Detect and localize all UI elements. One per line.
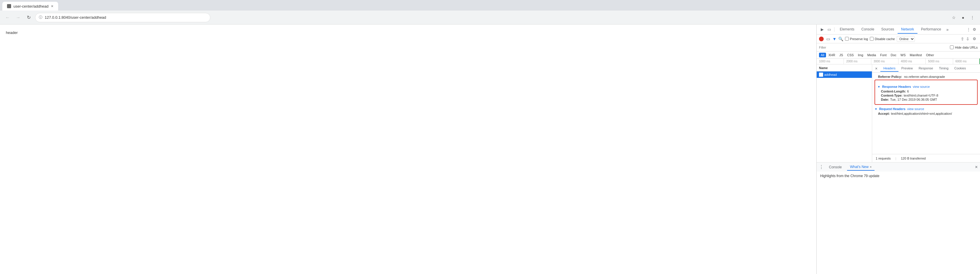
type-btn-css[interactable]: CSS <box>845 53 856 58</box>
devtools-settings-button[interactable]: ⋮ <box>967 27 970 32</box>
filter-bar: Hide data URLs <box>817 43 980 51</box>
accept-value: text/html,application/xhtml+xml,applicat… <box>891 112 952 115</box>
name-panel: Name addhead <box>817 64 872 162</box>
tab-favicon <box>7 4 11 8</box>
hide-data-urls-checkbox[interactable] <box>950 45 954 49</box>
filter-button[interactable]: ▼ <box>832 37 837 41</box>
clear-button[interactable]: ▭ <box>826 36 831 42</box>
tab-elements[interactable]: Elements <box>836 26 858 34</box>
tab-close-btn[interactable]: ✕ <box>51 5 54 8</box>
preserve-log-checkbox[interactable] <box>845 37 849 41</box>
content-type-value: text/html;charset=UTF-8 <box>904 94 938 97</box>
timeline-marker-1: 1000 ms <box>819 60 830 63</box>
network-settings-button[interactable]: ⚙ <box>971 36 978 42</box>
accept-row: Accept: text/html,application/xhtml+xml,… <box>875 112 978 115</box>
whats-new-content: Highlights from the Chrome 79 update <box>817 171 980 274</box>
status-bar: 1 requests | 120 B transferred <box>872 154 980 162</box>
referrer-policy-value: no-referrer-when-downgrade <box>904 75 945 79</box>
response-headers-title: Response Headers <box>882 85 911 88</box>
request-section-triangle-icon: ▼ <box>875 107 877 111</box>
highlights-text: Highlights from the Chrome 79 update <box>820 174 880 178</box>
url-text: 127.0.0.1:8040/user-center/addhead <box>45 15 106 19</box>
type-btn-font[interactable]: Font <box>878 53 888 58</box>
type-btn-ws[interactable]: WS <box>899 53 908 58</box>
type-btn-xhr[interactable]: XHR <box>827 53 837 58</box>
type-btn-js[interactable]: JS <box>837 53 845 58</box>
browser-tab[interactable]: user-center/addhead ✕ <box>2 2 58 11</box>
bookmarks-button[interactable]: ☆ <box>950 13 958 22</box>
view-source-2-link[interactable]: view source <box>907 107 924 111</box>
hide-data-urls-label[interactable]: Hide data URLs <box>950 45 978 49</box>
menu-button[interactable]: ⋮ <box>968 13 977 22</box>
devtools-panel: ▶ ▭ Elements Console Sources Network Per… <box>816 25 980 274</box>
type-btn-all[interactable]: All <box>819 53 826 58</box>
details-tabs: × Headers Preview Response Timing Cookie… <box>872 64 980 73</box>
tab-sources[interactable]: Sources <box>878 26 897 34</box>
type-btn-manifest[interactable]: Manifest <box>908 53 924 58</box>
timeline-marker-2: 2000 ms <box>846 60 857 63</box>
content-type-label: Content-Type: <box>881 94 902 97</box>
inspect-element-button[interactable]: ▶ <box>819 26 826 33</box>
page-content: header <box>0 25 816 274</box>
row-icon <box>819 73 823 77</box>
whats-new-close-btn[interactable]: × <box>870 165 872 168</box>
type-btn-other[interactable]: Other <box>924 53 936 58</box>
toolbar-separator <box>834 27 835 32</box>
device-toolbar-button[interactable]: ▭ <box>826 26 832 33</box>
tab-title: user-center/addhead <box>13 4 48 8</box>
forward-button[interactable]: → <box>14 13 22 22</box>
type-btn-media[interactable]: Media <box>865 53 878 58</box>
whats-new-tab[interactable]: What's New × <box>847 163 875 171</box>
search-button[interactable]: 🔍 <box>838 37 843 41</box>
referrer-policy-label: Referrer Policy: <box>878 75 902 79</box>
tab-console[interactable]: Console <box>858 26 878 34</box>
more-tabs-button[interactable]: » <box>945 26 950 33</box>
response-headers-section: ▼ Response Headers view source <box>877 85 975 88</box>
request-headers-title: Request Headers <box>879 107 905 111</box>
timeline-marker-4: 4000 ms <box>901 60 912 63</box>
details-tab-timing[interactable]: Timing <box>936 65 951 72</box>
bottom-panel-close-btn[interactable]: × <box>975 165 978 170</box>
details-tab-response[interactable]: Response <box>916 65 936 72</box>
type-btn-doc[interactable]: Doc <box>889 53 898 58</box>
accept-label: Accept: <box>878 112 890 115</box>
whats-new-tab-label: What's New <box>850 165 869 169</box>
date-label: Date: <box>881 98 889 101</box>
filter-input[interactable] <box>819 46 948 49</box>
details-tab-preview[interactable]: Preview <box>899 65 916 72</box>
back-button[interactable]: ← <box>3 13 12 22</box>
content-type-row: Content-Type: text/html;charset=UTF-8 <box>877 94 975 97</box>
type-btn-img[interactable]: Img <box>856 53 865 58</box>
details-tab-cookies[interactable]: Cookies <box>951 65 969 72</box>
row-name: addhead <box>824 73 837 76</box>
bottom-menu-btn[interactable]: ⋮ <box>819 164 824 170</box>
address-bar[interactable]: ⓘ 127.0.0.1:8040/user-center/addhead <box>35 13 210 22</box>
network-row-addhead[interactable]: addhead <box>817 71 872 78</box>
throttle-select[interactable]: Online <box>897 36 915 42</box>
network-toolbar: ▭ ▼ 🔍 Preserve log Disable cache Online … <box>817 35 980 43</box>
security-icon: ⓘ <box>39 15 42 20</box>
console-tab[interactable]: Console <box>826 164 845 170</box>
details-content: Referrer Policy: no-referrer-when-downgr… <box>872 73 980 154</box>
preserve-log-label[interactable]: Preserve log <box>845 37 868 41</box>
settings-gear-button[interactable]: ⚙ <box>971 26 978 33</box>
bottom-panel: ⋮ Console What's New × × <box>817 162 980 171</box>
devtools-top-bar: ▶ ▭ Elements Console Sources Network Per… <box>817 25 980 35</box>
details-tab-headers[interactable]: Headers <box>880 65 899 72</box>
tab-performance[interactable]: Performance <box>918 26 945 34</box>
export-button[interactable]: ⇩ <box>966 37 969 41</box>
view-source-1-link[interactable]: view source <box>913 85 930 88</box>
record-button[interactable] <box>819 37 824 41</box>
content-length-value: 6 <box>907 90 909 93</box>
devtools-tabs: Elements Console Sources Network Perform… <box>836 26 966 34</box>
import-button[interactable]: ⇧ <box>961 37 964 41</box>
transferred-size: 120 B transferred <box>901 157 926 160</box>
details-close-btn[interactable]: × <box>873 65 879 72</box>
disable-cache-checkbox[interactable] <box>870 37 873 41</box>
tab-network[interactable]: Network <box>897 26 918 34</box>
disable-cache-label[interactable]: Disable cache <box>870 37 895 41</box>
timeline-marker-3: 3000 ms <box>873 60 885 63</box>
browser-toolbar: ← → ↻ ⓘ 127.0.0.1:8040/user-center/addhe… <box>0 11 980 25</box>
profile-button[interactable]: ● <box>959 13 967 22</box>
reload-button[interactable]: ↻ <box>25 13 33 22</box>
